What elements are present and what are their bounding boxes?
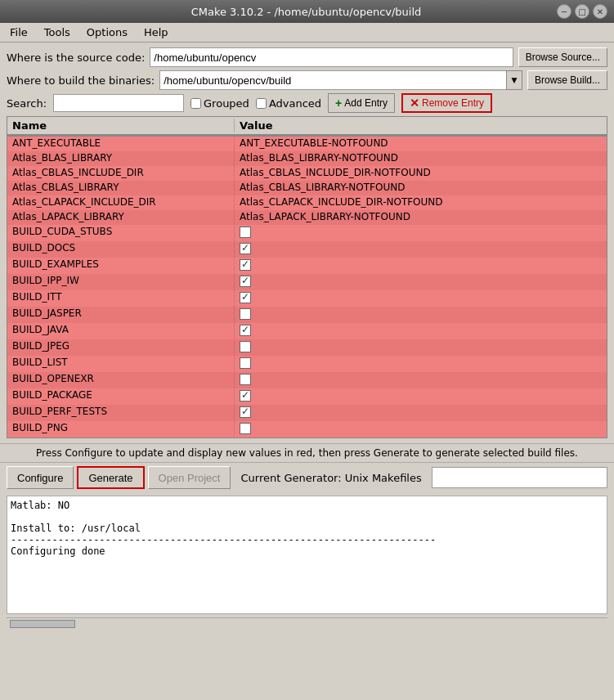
- table-row[interactable]: BUILD_PROTOBUF: [7, 438, 607, 438]
- output-line: Install to: /usr/local: [11, 523, 603, 534]
- table-row[interactable]: BUILD_IPP_IW: [7, 274, 607, 290]
- menu-file[interactable]: File: [3, 25, 34, 40]
- close-button[interactable]: ✕: [593, 4, 607, 19]
- table-container[interactable]: ANT_EXECUTABLEANT_EXECUTABLE-NOTFOUNDAtl…: [7, 136, 607, 438]
- cell-value: [235, 388, 607, 405]
- checkbox-cell[interactable]: [240, 325, 251, 336]
- table-row[interactable]: Atlas_BLAS_LIBRARYAtlas_BLAS_LIBRARY-NOT…: [7, 151, 607, 166]
- cell-name: BUILD_CUDA_STUBS: [7, 225, 235, 241]
- menu-options[interactable]: Options: [80, 25, 134, 40]
- cross-icon: ✕: [410, 96, 419, 110]
- cell-value: ANT_EXECUTABLE-NOTFOUND: [235, 137, 607, 151]
- checkbox-cell[interactable]: [240, 292, 251, 303]
- checkbox-cell[interactable]: [240, 308, 251, 320]
- build-row: Where to build the binaries: ▼ Browse Bu…: [7, 70, 607, 90]
- plus-icon: +: [335, 96, 342, 110]
- configure-button[interactable]: Configure: [7, 466, 74, 489]
- checkbox-cell[interactable]: [240, 259, 251, 271]
- source-input[interactable]: [150, 47, 513, 67]
- checkbox-cell[interactable]: [240, 423, 251, 434]
- maximize-button[interactable]: □: [575, 4, 589, 19]
- checkbox-cell[interactable]: [240, 227, 251, 238]
- output-scrollbar-h[interactable]: [7, 617, 607, 629]
- status-text: Press Configure to update and display ne…: [36, 447, 578, 459]
- cell-value: Atlas_CBLAS_LIBRARY-NOTFOUND: [235, 181, 607, 195]
- window-controls[interactable]: ─ □ ✕: [557, 4, 607, 19]
- cell-value: [235, 339, 607, 356]
- cell-name: BUILD_PROTOBUF: [7, 438, 235, 438]
- table-row[interactable]: BUILD_DOCS: [7, 241, 607, 258]
- cell-value: [235, 356, 607, 372]
- checkbox-cell[interactable]: [240, 390, 251, 402]
- cell-name: BUILD_OPENEXR: [7, 372, 235, 388]
- table-row[interactable]: BUILD_JASPER: [7, 307, 607, 323]
- open-project-button[interactable]: Open Project: [148, 466, 231, 489]
- table-row[interactable]: Atlas_LAPACK_LIBRARYAtlas_LAPACK_LIBRARY…: [7, 210, 607, 225]
- main-content: Where is the source code: Browse Source.…: [0, 43, 614, 443]
- table-row[interactable]: Atlas_CLAPACK_INCLUDE_DIRAtlas_CLAPACK_I…: [7, 195, 607, 210]
- search-label: Search:: [7, 97, 47, 110]
- checkbox-cell[interactable]: [240, 243, 251, 254]
- hscroll-thumb[interactable]: [10, 620, 75, 628]
- remove-entry-label: Remove Entry: [422, 97, 484, 109]
- cell-value: [235, 290, 607, 307]
- table-row[interactable]: BUILD_CUDA_STUBS: [7, 225, 607, 241]
- table-row[interactable]: BUILD_OPENEXR: [7, 372, 607, 388]
- table-header: Name Value: [7, 116, 607, 136]
- output-line: [11, 511, 603, 523]
- menu-help[interactable]: Help: [137, 25, 175, 40]
- generator-input[interactable]: [432, 467, 607, 488]
- generate-button[interactable]: Generate: [77, 466, 144, 489]
- build-label: Where to build the binaries:: [7, 74, 155, 87]
- add-entry-label: Add Entry: [344, 97, 388, 109]
- window-title: CMake 3.10.2 - /home/ubuntu/opencv/build: [56, 6, 557, 18]
- table-row[interactable]: BUILD_PERF_TESTS: [7, 405, 607, 421]
- advanced-checkbox[interactable]: [256, 98, 267, 109]
- title-bar: CMake 3.10.2 - /home/ubuntu/opencv/build…: [0, 0, 614, 23]
- output-area[interactable]: Matlab: NO Install to: /usr/local-------…: [7, 496, 607, 614]
- table-row[interactable]: Atlas_CBLAS_INCLUDE_DIRAtlas_CBLAS_INCLU…: [7, 166, 607, 181]
- cell-name: BUILD_JASPER: [7, 307, 235, 323]
- cell-value: [235, 438, 607, 438]
- cell-value: [235, 225, 607, 241]
- bottom-buttons: Configure Generate Open Project Current …: [0, 462, 614, 492]
- table-row[interactable]: BUILD_PNG: [7, 421, 607, 438]
- table-row[interactable]: BUILD_LIST: [7, 356, 607, 372]
- output-line: Configuring done: [11, 545, 603, 557]
- table-row[interactable]: BUILD_PACKAGE: [7, 388, 607, 405]
- checkbox-cell[interactable]: [240, 374, 251, 385]
- cell-name: BUILD_IPP_IW: [7, 274, 235, 290]
- cell-name: BUILD_JAVA: [7, 323, 235, 339]
- checkbox-cell[interactable]: [240, 406, 251, 418]
- table-row[interactable]: ANT_EXECUTABLEANT_EXECUTABLE-NOTFOUND: [7, 137, 607, 151]
- cell-value: Atlas_BLAS_LIBRARY-NOTFOUND: [235, 151, 607, 166]
- build-input[interactable]: [159, 70, 522, 90]
- table-row[interactable]: Atlas_CBLAS_LIBRARYAtlas_CBLAS_LIBRARY-N…: [7, 181, 607, 195]
- table-row[interactable]: BUILD_JPEG: [7, 339, 607, 356]
- grouped-checkbox[interactable]: [190, 98, 201, 109]
- table-row[interactable]: BUILD_ITT: [7, 290, 607, 307]
- checkbox-cell[interactable]: [240, 357, 251, 369]
- checkbox-cell[interactable]: [240, 341, 251, 352]
- cell-value: [235, 274, 607, 290]
- menu-tools[interactable]: Tools: [38, 25, 77, 40]
- cell-name: BUILD_LIST: [7, 356, 235, 372]
- remove-entry-button[interactable]: ✕ Remove Entry: [401, 93, 492, 113]
- cell-name: Atlas_CLAPACK_INCLUDE_DIR: [7, 195, 235, 210]
- minimize-button[interactable]: ─: [557, 4, 571, 19]
- table-row[interactable]: BUILD_EXAMPLES: [7, 258, 607, 274]
- grouped-checkbox-label[interactable]: Grouped: [190, 97, 249, 110]
- cell-value: [235, 421, 607, 438]
- search-input[interactable]: [53, 94, 184, 112]
- cell-name: Atlas_LAPACK_LIBRARY: [7, 210, 235, 225]
- browse-build-button[interactable]: Browse Build...: [527, 70, 607, 90]
- add-entry-button[interactable]: + Add Entry: [328, 93, 395, 113]
- advanced-label: Advanced: [269, 97, 321, 110]
- checkbox-cell[interactable]: [240, 276, 251, 287]
- table-row[interactable]: BUILD_JAVA: [7, 323, 607, 339]
- output-line: ----------------------------------------…: [11, 534, 603, 545]
- cell-name: BUILD_JPEG: [7, 339, 235, 356]
- browse-source-button[interactable]: Browse Source...: [518, 47, 607, 67]
- advanced-checkbox-label[interactable]: Advanced: [256, 97, 321, 110]
- cell-name: BUILD_DOCS: [7, 241, 235, 258]
